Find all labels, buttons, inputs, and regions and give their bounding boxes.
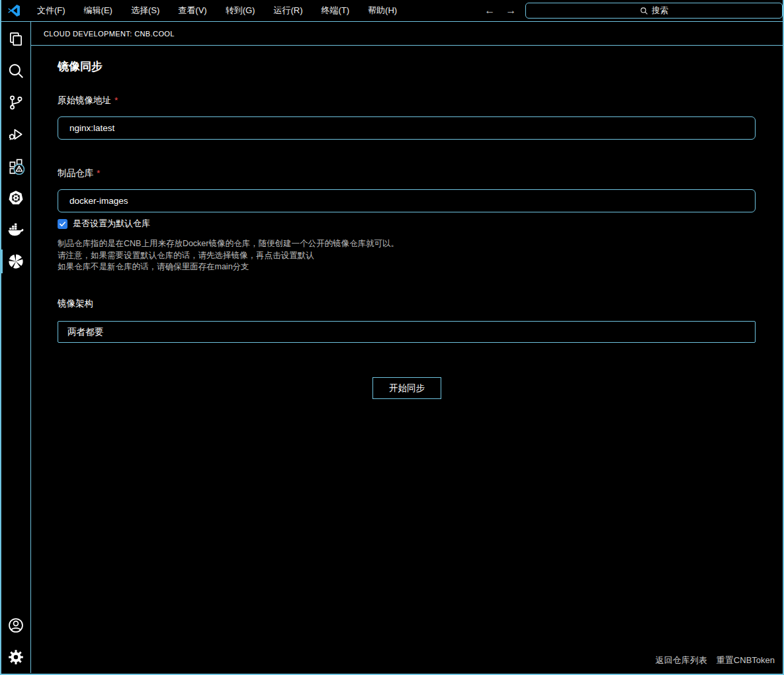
activity-extensions[interactable] (1, 150, 30, 182)
activity-cnb-cloud-development[interactable] (1, 246, 30, 277)
default-repo-checkbox-label: 是否设置为默认仓库 (73, 218, 150, 230)
image-sync-form: 镜像同步 原始镜像地址* 制品仓库* 是否设置为默认仓库 制品仓库指的是在CNB (31, 46, 783, 673)
vscode-logo-icon (7, 3, 21, 18)
title-bar: 文件(F) 编辑(E) 选择(S) 查看(V) 转到(G) 运行(R) 终端(T… (1, 0, 783, 22)
activity-account[interactable] (1, 609, 30, 641)
account-icon (7, 617, 24, 634)
docker-icon (7, 221, 24, 238)
panel-header: CLOUD DEVELOPMENT: CNB.COOL (31, 22, 783, 46)
back-to-repo-list-link[interactable]: 返回仓库列表 (656, 654, 707, 666)
architecture-label: 镜像架构 (58, 298, 93, 310)
checkbox-checked-icon[interactable] (58, 219, 67, 229)
menu-file[interactable]: 文件(F) (28, 2, 75, 19)
help-line: 制品仓库指的是在CNB上用来存放Docker镜像的仓库，随便创建一个公开的镜像仓… (58, 238, 399, 250)
search-icon (7, 62, 24, 79)
activity-docker[interactable] (1, 214, 30, 246)
history-navigation: ← → (484, 5, 516, 17)
source-image-label-text: 原始镜像地址 (58, 95, 111, 105)
webview-panel: CLOUD DEVELOPMENT: CNB.COOL 镜像同步 原始镜像地址*… (31, 22, 783, 673)
help-line: 请注意，如果需要设置默认仓库的话，请先选择镜像，再点击设置默认 (58, 250, 399, 262)
menu-run[interactable]: 运行(R) (264, 2, 312, 19)
source-control-icon (7, 94, 24, 111)
help-line: 如果仓库不是新仓库的话，请确保里面存在main分支 (58, 261, 399, 273)
architecture-label-text: 镜像架构 (58, 298, 93, 308)
activity-bar-spacer (1, 277, 30, 609)
source-image-input[interactable] (58, 116, 756, 140)
reset-cnb-token-link[interactable]: 重置CNBToken (717, 654, 775, 666)
menu-view[interactable]: 查看(V) (169, 2, 216, 19)
explorer-files-icon (7, 30, 24, 48)
vscode-window: 文件(F) 编辑(E) 选择(S) 查看(V) 转到(G) 运行(R) 终端(T… (0, 0, 784, 675)
menu-bar: 文件(F) 编辑(E) 选择(S) 查看(V) 转到(G) 运行(R) 终端(T… (28, 2, 406, 19)
artifact-repo-label: 制品仓库* (58, 167, 100, 179)
architecture-selected-value: 两者都要 (67, 326, 103, 338)
kubernetes-icon (7, 189, 24, 206)
page-title: 镜像同步 (58, 59, 103, 74)
activity-run-debug[interactable] (1, 118, 30, 150)
settings-gear-icon (7, 649, 24, 666)
artifact-repo-input[interactable] (58, 189, 756, 212)
start-sync-button[interactable]: 开始同步 (372, 377, 441, 399)
activity-source-control[interactable] (1, 87, 30, 118)
search-placeholder: 搜索 (652, 5, 668, 17)
run-and-debug-icon (7, 126, 24, 143)
required-asterisk: * (97, 168, 100, 178)
menu-edit[interactable]: 编辑(E) (75, 2, 122, 19)
default-repo-checkbox-row[interactable]: 是否设置为默认仓库 (58, 218, 150, 230)
menu-selection[interactable]: 选择(S) (122, 2, 169, 19)
menu-terminal[interactable]: 终端(T) (312, 2, 359, 19)
navigate-back-icon[interactable]: ← (484, 5, 495, 17)
activity-search[interactable] (1, 55, 30, 87)
panel-title: CLOUD DEVELOPMENT: CNB.COOL (44, 30, 175, 38)
activity-kubernetes[interactable] (1, 182, 30, 214)
menu-go[interactable]: 转到(G) (216, 2, 265, 19)
architecture-select[interactable]: 两者都要 (58, 321, 756, 343)
activity-explorer[interactable] (1, 23, 30, 55)
artifact-repo-label-text: 制品仓库 (58, 168, 93, 178)
source-image-label: 原始镜像地址* (58, 95, 118, 107)
search-icon (640, 7, 648, 15)
footer-links: 返回仓库列表 重置CNBToken (656, 654, 775, 666)
navigate-forward-icon[interactable]: → (505, 5, 516, 17)
command-center-search[interactable]: 搜索 (525, 3, 783, 19)
repo-help-text: 制品仓库指的是在CNB上用来存放Docker镜像的仓库，随便创建一个公开的镜像仓… (58, 238, 399, 273)
menu-help[interactable]: 帮助(H) (359, 2, 406, 19)
activity-settings[interactable] (1, 641, 30, 673)
cnb-pinwheel-icon (7, 253, 24, 270)
activity-bar (1, 22, 31, 673)
required-asterisk: * (114, 95, 118, 105)
extensions-icon (7, 158, 24, 175)
